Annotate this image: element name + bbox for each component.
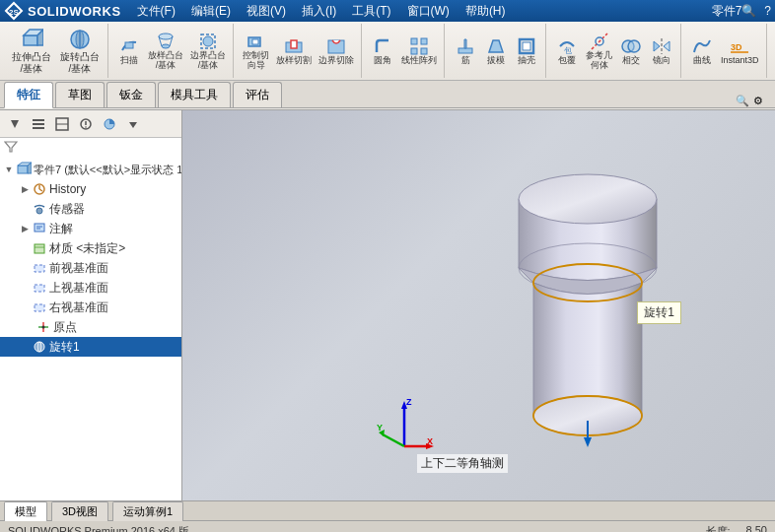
svg-line-83 — [383, 434, 404, 446]
mirror-label: 镜向 — [653, 56, 670, 66]
toolbar-group-thread: 装饰螺纹线 曲面 — [769, 24, 775, 78]
svg-marker-35 — [654, 41, 660, 51]
tab-evaluate[interactable]: 评估 — [233, 82, 282, 107]
panel-btn-property[interactable] — [75, 113, 97, 135]
panel-btn-feature[interactable] — [51, 113, 73, 135]
svg-point-10 — [162, 44, 170, 48]
instant3d-button[interactable]: 3D Instant3D — [718, 26, 762, 77]
panel-btn-pie[interactable] — [99, 113, 120, 135]
bottom-tab-3dview[interactable]: 3D视图 — [51, 501, 108, 521]
svg-rect-60 — [35, 244, 44, 253]
tree-item-part[interactable]: ▼ 零件7 (默认<<默认>显示状态 1>) — [0, 160, 181, 179]
options-icon[interactable]: ⚙ — [753, 95, 763, 107]
extrude-boss-button[interactable]: 拉伸凸台/基体 — [8, 26, 55, 77]
panel-btn-list[interactable] — [28, 113, 49, 135]
feature-tree[interactable]: ▼ 零件7 (默认<<默认>显示状态 1>) ▶ History — [0, 158, 181, 500]
expand-front[interactable] — [18, 261, 32, 275]
menu-window[interactable]: 窗口(W) — [399, 1, 458, 22]
tree-item-history[interactable]: ▶ History — [0, 179, 181, 199]
axis-indicator: Z X Y — [375, 397, 434, 456]
tree-right-label: 右视基准面 — [49, 299, 108, 316]
expand-part[interactable]: ▼ — [2, 163, 16, 176]
scan-button[interactable]: 扫描 — [114, 26, 144, 77]
toolbar-group-cut: 控制切向导 放样切割 边界切除 — [236, 24, 362, 78]
wrap-label: 包覆 — [558, 56, 576, 66]
cut-boundary-button[interactable]: 边界切除 — [316, 26, 357, 77]
tree-item-right-plane[interactable]: 右视基准面 — [0, 298, 181, 317]
svg-rect-28 — [523, 42, 530, 50]
svg-point-14 — [203, 36, 213, 46]
intersect-button[interactable]: 相交 — [616, 26, 646, 77]
svg-rect-8 — [125, 42, 133, 48]
ref-geometry-button[interactable]: 参考几何体 — [583, 26, 615, 77]
tab-features[interactable]: 特征 — [4, 82, 53, 108]
main-area: ▼ 零件7 (默认<<默认>显示状态 1>) ▶ History — [0, 110, 775, 500]
pattern-button[interactable]: 线性阵列 — [398, 26, 440, 77]
tree-item-front-plane[interactable]: 前视基准面 — [0, 258, 181, 278]
svg-marker-25 — [464, 39, 466, 48]
loft-button[interactable]: 放样凸台/基体 — [145, 26, 186, 77]
menu-tools[interactable]: 工具(T) — [344, 1, 398, 22]
statusbar: SOLIDWORKS Premium 2016 x64 版 长度: 8.50 — [0, 520, 775, 532]
svg-text:X: X — [427, 436, 433, 446]
tree-item-revolve1[interactable]: 旋转1 — [0, 337, 181, 357]
tab-mold-tools[interactable]: 模具工具 — [158, 82, 231, 107]
panel-expand-btn[interactable] — [122, 113, 144, 135]
draft-icon — [486, 36, 506, 56]
tree-item-sensor[interactable]: 传感器 — [0, 199, 181, 219]
toolbar-area: 拉伸凸台/基体 旋转凸台/基体 扫描 放样凸台/基体 边界凸台/基体 — [0, 22, 775, 110]
revolve-boss-button[interactable]: 旋转凸台/基体 — [56, 26, 104, 77]
ref-geometry-icon — [590, 32, 609, 51]
svg-point-47 — [85, 126, 87, 128]
expand-right[interactable] — [18, 300, 32, 314]
expand-history[interactable]: ▶ — [18, 182, 32, 196]
panel-filter-bar — [0, 138, 181, 158]
svg-rect-40 — [33, 119, 44, 121]
svg-marker-39 — [11, 120, 19, 128]
cut-boundary-icon — [326, 36, 346, 56]
expand-top[interactable] — [18, 281, 32, 295]
search-icon[interactable]: 🔍 — [741, 4, 756, 18]
curve-button[interactable]: 曲线 — [687, 26, 717, 77]
viewport[interactable]: Z X Y 上下二等角轴测 旋转1 — [182, 110, 775, 500]
draft-button[interactable]: 拔模 — [481, 26, 511, 77]
menu-view[interactable]: 视图(V) — [239, 1, 294, 22]
expand-sensor[interactable] — [18, 202, 32, 216]
mirror-icon — [652, 36, 671, 56]
cut-control-icon — [247, 32, 266, 51]
fillet-button[interactable]: 圆角 — [368, 26, 397, 77]
instant3d-icon: 3D — [730, 36, 749, 56]
expand-annotation[interactable]: ▶ — [18, 222, 32, 235]
expand-material[interactable] — [18, 241, 32, 255]
menu-file[interactable]: 文件(F) — [129, 1, 183, 22]
expand-origin[interactable] — [22, 320, 35, 334]
svg-point-56 — [36, 208, 42, 214]
tree-item-origin[interactable]: 原点 — [0, 317, 181, 337]
panel-btn-arrow[interactable] — [4, 113, 26, 135]
wrap-button[interactable]: 包 包覆 — [552, 26, 582, 77]
pattern-label: 线性阵列 — [401, 56, 437, 66]
rib-icon — [456, 36, 475, 56]
cut-boundary-label: 边界切除 — [318, 56, 354, 66]
shell-button[interactable]: 抽壳 — [512, 26, 541, 77]
menu-help[interactable]: 帮助(H) — [458, 1, 514, 22]
cut-extrude-button[interactable]: 放样切割 — [273, 26, 315, 77]
tree-item-annotation[interactable]: ▶ 注解 — [0, 219, 181, 238]
tab-sketch[interactable]: 草图 — [55, 82, 105, 107]
search-small-icon[interactable]: 🔍 — [736, 95, 749, 107]
tree-item-top-plane[interactable]: 上视基准面 — [0, 278, 181, 298]
curve-icon — [692, 36, 712, 56]
help-icon[interactable]: ? — [764, 4, 771, 18]
menu-insert[interactable]: 插入(I) — [294, 1, 344, 22]
svg-rect-63 — [35, 285, 44, 292]
boundary-button[interactable]: 边界凸台/基体 — [187, 26, 229, 77]
mirror-button[interactable]: 镜向 — [647, 26, 676, 77]
tree-item-material[interactable]: 材质 <未指定> — [0, 238, 181, 258]
cut-control-button[interactable]: 控制切向导 — [240, 26, 272, 77]
expand-revolve1[interactable] — [18, 340, 32, 354]
tab-sheetmetal[interactable]: 钣金 — [106, 82, 156, 107]
rib-button[interactable]: 筋 — [451, 26, 480, 77]
menu-edit[interactable]: 编辑(E) — [183, 1, 239, 22]
bottom-tab-model[interactable]: 模型 — [4, 501, 47, 521]
bottom-tab-motion[interactable]: 运动算例1 — [112, 501, 183, 521]
